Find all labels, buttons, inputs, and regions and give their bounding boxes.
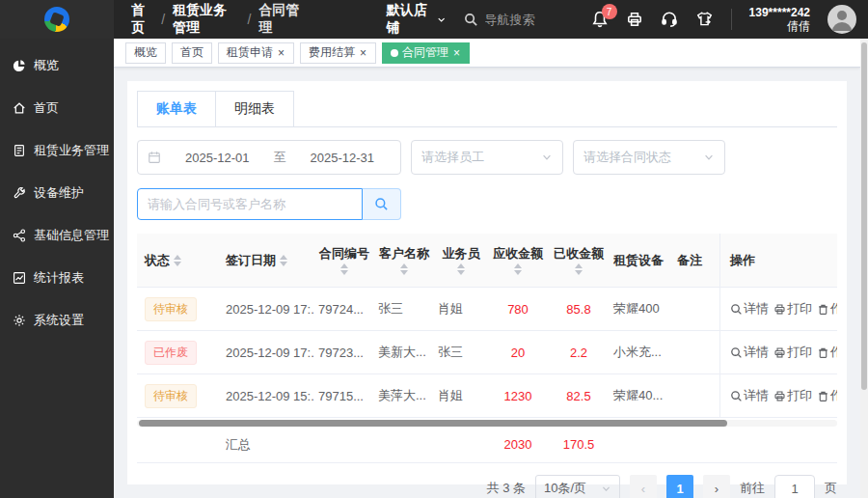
sidebar-item-reports[interactable]: 统计报表 <box>0 257 114 299</box>
sidebar-item-home[interactable]: 首页 <box>0 87 114 129</box>
sort-caret-icon[interactable] <box>280 255 287 266</box>
close-icon[interactable]: × <box>359 47 367 59</box>
contract-status-placeholder: 请选择合同状态 <box>583 149 671 166</box>
date-end-value[interactable]: 2025-12-31 <box>294 151 392 165</box>
actions-cell: 详情 打印 作废 <box>719 374 837 417</box>
contracts-table: 状态 签订日期 合同编号 客户名称 业务员 应收金额 已收金额 租赁设备 备注 … <box>137 234 837 463</box>
date-start-value[interactable]: 2025-12-01 <box>169 151 266 165</box>
chevron-down-icon <box>541 152 553 163</box>
column-header-salesman[interactable]: 业务员 <box>434 243 488 277</box>
salesman-cell: 肖姐 <box>434 298 488 319</box>
actions-cell: 详情 打印 作废 <box>719 288 837 330</box>
page-size-value: 10条/页 <box>544 480 586 497</box>
status-badge: 待审核 <box>145 384 197 408</box>
tag-fee-settlement[interactable]: 费用结算 × <box>300 42 376 64</box>
store-selector-label: 默认店铺 <box>387 2 433 37</box>
tag-contract-management[interactable]: 合同管理 × <box>382 42 470 64</box>
detail-button[interactable]: 详情 <box>730 300 769 318</box>
avatar[interactable] <box>827 5 856 34</box>
salesman-cell: 张三 <box>434 342 488 363</box>
vertical-scrollbar-thumb[interactable] <box>861 42 867 390</box>
logo-box[interactable] <box>0 0 114 39</box>
support-button[interactable] <box>661 11 678 28</box>
sort-caret-icon[interactable] <box>514 263 522 275</box>
tab-detail-table[interactable]: 明细表 <box>216 91 294 126</box>
column-header-device: 租赁设备 <box>610 250 673 271</box>
nav-search-input[interactable] <box>485 13 591 27</box>
print-row-button[interactable]: 打印 <box>773 300 812 318</box>
page-suffix: 页 <box>825 480 837 497</box>
sort-caret-icon[interactable] <box>457 263 465 275</box>
sidebar-item-device-maintenance[interactable]: 设备维护 <box>0 172 114 214</box>
column-header-status[interactable]: 状态 <box>137 250 222 271</box>
device-cell: 荣耀400 <box>610 298 673 319</box>
sort-caret-icon[interactable] <box>400 263 408 275</box>
void-button[interactable]: 作废 <box>817 300 837 318</box>
breadcrumb-separator: / <box>161 12 165 27</box>
void-button[interactable]: 作废 <box>817 344 837 361</box>
close-icon[interactable]: × <box>452 47 461 59</box>
sidebar-item-basic-info[interactable]: 基础信息管理 <box>0 214 114 257</box>
active-dot <box>391 49 398 57</box>
print-button[interactable] <box>626 11 643 28</box>
gear-icon <box>13 314 26 327</box>
total-count: 共 3 条 <box>487 480 526 497</box>
topbar-actions: 7 139*****242 倩倩 <box>591 5 868 34</box>
page-size-select[interactable]: 10条/页 <box>535 475 620 498</box>
page-number-1[interactable]: 1 <box>666 475 693 498</box>
contract-status-select[interactable]: 请选择合同状态 <box>573 140 725 175</box>
search-button[interactable] <box>363 188 401 220</box>
theme-skin-button[interactable] <box>695 11 714 28</box>
sort-caret-icon[interactable] <box>340 263 348 275</box>
sort-caret-icon[interactable] <box>174 255 181 266</box>
store-selector[interactable]: 默认店铺 <box>387 2 447 37</box>
tag-home[interactable]: 首页 <box>172 42 212 64</box>
notification-bell-button[interactable]: 7 <box>591 11 609 28</box>
sidebar-item-label: 系统设置 <box>34 312 84 329</box>
sidebar-item-overview[interactable]: 概览 <box>0 44 114 87</box>
search-icon <box>464 13 478 27</box>
contract-no-cell: 79715... <box>314 387 374 405</box>
customer-cell: 美萍大... <box>374 385 434 406</box>
column-header-received[interactable]: 已收金额 <box>548 243 610 277</box>
receivable-cell: 780 <box>488 300 548 318</box>
prev-page-button[interactable]: ‹ <box>630 475 657 498</box>
date-separator: 至 <box>274 149 286 166</box>
horizontal-scrollbar-thumb[interactable] <box>139 420 727 427</box>
trash-icon <box>817 346 829 359</box>
tab-bill-table[interactable]: 账单表 <box>137 91 216 126</box>
breadcrumb-home[interactable]: 首页 <box>131 2 153 37</box>
pie-chart-icon <box>13 59 26 72</box>
date-range-picker[interactable]: 2025-12-01 至 2025-12-31 <box>137 140 401 175</box>
sidebar-item-label: 设备维护 <box>34 184 84 202</box>
goto-page-input[interactable] <box>774 475 815 498</box>
breadcrumb: 首页 / 租赁业务管理 / 合同管理 <box>131 2 304 37</box>
detail-button[interactable]: 详情 <box>730 344 769 361</box>
nav-search[interactable] <box>464 13 591 27</box>
column-header-contract-no[interactable]: 合同编号 <box>314 243 374 277</box>
contract-no-cell: 79723... <box>314 344 374 362</box>
tag-rental-apply[interactable]: 租赁申请 × <box>218 42 294 64</box>
sidebar-item-rental-management[interactable]: 租赁业务管理 <box>0 129 114 172</box>
nodes-icon <box>13 229 26 242</box>
column-header-sign-date[interactable]: 签订日期 <box>222 250 314 271</box>
breadcrumb-rental-management[interactable]: 租赁业务管理 <box>173 2 239 37</box>
close-icon[interactable]: × <box>277 47 285 59</box>
next-page-button[interactable]: › <box>703 475 730 498</box>
column-header-customer[interactable]: 客户名称 <box>374 243 434 277</box>
employee-select[interactable]: 请选择员工 <box>411 140 563 175</box>
sort-caret-icon[interactable] <box>575 263 583 275</box>
print-row-button[interactable]: 打印 <box>773 387 812 404</box>
void-button[interactable]: 作废 <box>817 387 837 404</box>
sidebar-item-settings[interactable]: 系统设置 <box>0 299 114 342</box>
status-cell: 已作废 <box>137 339 222 367</box>
document-icon <box>13 144 26 157</box>
tag-overview[interactable]: 概览 <box>125 42 166 64</box>
remark-cell <box>673 307 719 311</box>
detail-button[interactable]: 详情 <box>730 387 769 404</box>
line-chart-icon <box>13 271 26 285</box>
column-header-receivable[interactable]: 应收金额 <box>488 243 548 277</box>
summary-receivable: 2030 <box>488 435 548 454</box>
print-row-button[interactable]: 打印 <box>773 344 812 361</box>
contract-search-input[interactable] <box>137 188 363 220</box>
